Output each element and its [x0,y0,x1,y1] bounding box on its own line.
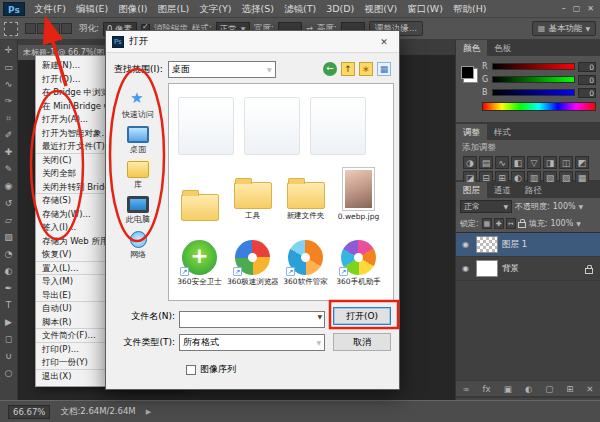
channel-slider-G[interactable] [492,76,575,83]
selection-new-icon[interactable] [25,23,36,34]
menubar-item[interactable]: 窗口(W) [402,0,448,18]
group-icon[interactable]: ▢ [545,384,553,394]
image-sequence-checkbox[interactable] [186,365,196,375]
adjustment-layer-icon[interactable]: ◐ [525,384,532,394]
visibility-eye-icon[interactable]: ◉ [459,240,472,249]
tool-brush-icon[interactable]: ✎ [1,162,17,177]
file-item[interactable]: ↗360手机助手 [333,223,384,287]
foreground-color-swatch[interactable] [461,66,474,79]
tool-eyedropper-icon[interactable]: ✐ [1,128,17,143]
sidebar-item-this-pc[interactable]: 此电脑 [110,196,166,225]
color-spectrum-ramp[interactable] [482,102,596,111]
selection-subtract-icon[interactable] [49,23,60,34]
layer-style-icon[interactable]: fx [483,384,491,394]
tool-eraser-icon[interactable]: ▱ [1,213,17,228]
tool-crop-icon[interactable]: ⌗ [1,111,17,126]
panel-tab[interactable]: 样式 [487,124,518,140]
cancel-button[interactable]: 取消 [333,333,391,351]
tool-spot-heal-icon[interactable]: ✚ [1,145,17,160]
adjustment-brightness-contrast-icon[interactable]: ◑ [463,156,477,169]
adjustment-black-white-icon[interactable]: ◩ [575,156,589,169]
file-item[interactable]: ↗360安全卫士 [174,223,225,287]
up-icon[interactable]: ↑ [341,62,355,76]
panel-tab[interactable]: 路径 [518,182,549,198]
file-item[interactable] [174,157,225,221]
opacity-value[interactable]: 100% [553,202,576,211]
panel-tab[interactable]: 调整 [456,124,487,140]
tool-gradient-icon[interactable]: ▨ [1,230,17,245]
panel-tab[interactable]: 图层 [456,182,487,198]
file-item[interactable]: ↗360软件管家 [280,223,331,287]
file-item[interactable]: ↗360极速浏览器 [227,223,278,287]
lock-transparent-icon[interactable]: ▦ [482,218,492,229]
selection-intersect-icon[interactable] [61,23,72,34]
adjustment-levels-icon[interactable]: ▤ [479,156,493,169]
new-folder-icon[interactable]: ∗ [359,62,373,76]
file-item[interactable]: 新建文件夹 [280,157,331,221]
file-item[interactable] [306,89,370,155]
tool-hand-icon[interactable]: ∪ [1,349,17,364]
chevron-down-icon[interactable]: ▼ [317,313,322,320]
tool-blur-icon[interactable]: ◔ [1,247,17,262]
adjustment-hue-saturation-icon[interactable]: ◨ [543,156,557,169]
status-arrow-icon[interactable]: ▶ [146,408,151,416]
file-name-input[interactable] [179,311,325,328]
menubar-item[interactable]: 文件(F) [29,0,71,18]
zoom-level[interactable]: 66.67% [8,405,50,419]
panel-tab[interactable]: 颜色 [456,40,487,56]
lock-all-icon[interactable] [518,222,526,228]
link-icon[interactable]: ∞ [463,384,470,394]
chevron-down-icon[interactable]: ▼ [579,203,584,210]
adjustment-color-balance-icon[interactable]: ◫ [559,156,573,169]
menubar-item[interactable]: 图像(I) [113,0,152,18]
tool-zoom-icon[interactable]: ○ [1,366,17,381]
fill-value[interactable]: 100% [550,219,573,228]
tool-type-icon[interactable]: T [1,298,17,313]
adjustment-vibrance-icon[interactable]: ▽ [527,156,541,169]
sidebar-item-desktop[interactable]: 桌面 [110,126,166,155]
file-item[interactable]: 工具 [227,157,278,221]
look-in-dropdown[interactable]: 桌面 ▼ [168,61,276,78]
tool-quick-select-icon[interactable]: ✑ [1,94,17,109]
selection-add-icon[interactable] [37,23,48,34]
layer-row[interactable]: ◉背景 [456,257,600,281]
sidebar-item-network[interactable]: 网络 [110,231,166,260]
file-item[interactable]: 0.webp.jpg [333,157,384,221]
minimize-icon[interactable]: – [562,0,566,18]
workspace-switcher[interactable]: ▦基本功能▼ [532,21,596,36]
adjustment-curves-icon[interactable]: ∿ [495,156,509,169]
panel-tab[interactable]: 通道 [487,182,518,198]
menubar-item[interactable]: 编辑(E) [71,0,113,18]
tool-lasso-icon[interactable]: ∿ [1,77,17,92]
close-icon[interactable]: ✕ [369,31,399,53]
tool-history-brush-icon[interactable]: ↺ [1,196,17,211]
panel-tab[interactable]: 色板 [487,40,518,56]
chevron-down-icon[interactable]: ▼ [576,220,581,227]
menubar-item[interactable]: 滤镜(T) [279,0,321,18]
file-item[interactable] [174,89,238,155]
menubar-item[interactable]: 3D(D) [321,0,359,18]
back-icon[interactable]: ← [323,62,337,76]
adjustment-exposure-icon[interactable]: ◧ [511,156,525,169]
file-item[interactable] [240,89,304,155]
tool-pen-icon[interactable]: ✒ [1,281,17,296]
tool-clone-stamp-icon[interactable]: ◉ [1,179,17,194]
menubar-item[interactable]: 视图(V) [359,0,402,18]
close-icon[interactable]: ✕ [587,0,594,18]
blend-mode-dropdown[interactable]: 正常▼ [460,200,512,213]
channel-slider-R[interactable] [492,63,575,70]
tool-preset-icon[interactable] [4,22,18,36]
menubar-item[interactable]: 帮助(H) [448,0,492,18]
open-button[interactable]: 打开(O) [333,307,391,325]
menubar-item[interactable]: 图层(L) [153,0,195,18]
views-icon[interactable]: ▦ [377,62,391,76]
visibility-eye-icon[interactable]: ◉ [459,264,472,273]
dialog-titlebar[interactable]: 打开 ✕ [106,31,399,53]
layer-mask-icon[interactable]: ▣ [504,384,512,394]
tool-shape-icon[interactable]: ◻ [1,332,17,347]
delete-icon[interactable]: ✕ [586,384,593,394]
channel-slider-B[interactable] [492,89,575,96]
layer-row[interactable]: ◉图层 1 [456,233,600,257]
menubar-item[interactable]: 选择(S) [236,0,278,18]
tool-marquee-icon[interactable]: ▭ [1,60,17,75]
